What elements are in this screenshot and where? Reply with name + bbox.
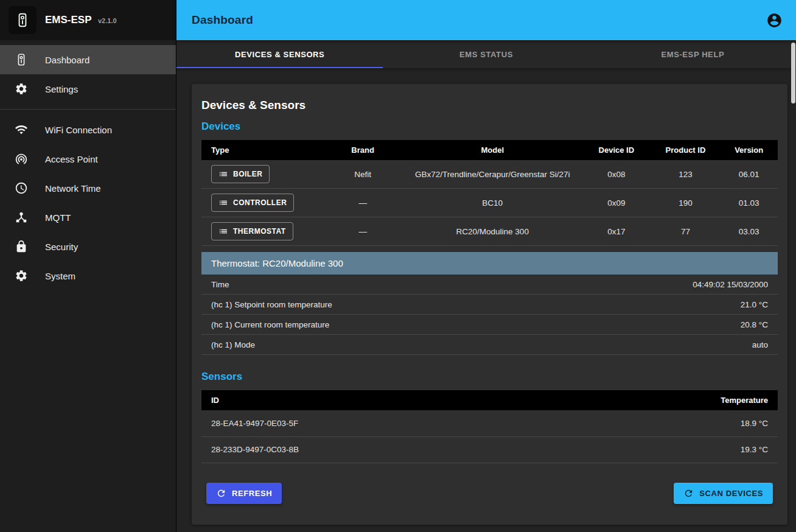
list-icon	[218, 169, 228, 179]
cell-model: RC20/Moduline 300	[403, 217, 582, 246]
sidebar-item-access-point[interactable]: Access Point	[0, 144, 176, 173]
account-circle-icon	[766, 12, 783, 29]
col-sensor-id: ID	[201, 390, 605, 410]
sidebar-item-settings[interactable]: Settings	[0, 74, 176, 103]
table-row-sensor-2: 28-233D-9497-0C03-8B 19.3 °C	[201, 436, 778, 463]
app-bar: Dashboard	[176, 0, 796, 40]
tab-ems-status[interactable]: EMS STATUS	[383, 40, 589, 68]
cell-device-id: 0x09	[582, 189, 651, 217]
sensors-table-header: ID Temperature	[201, 390, 778, 410]
device-type-label: THERMOSTAT	[233, 227, 286, 236]
devices-sensors-card: Devices & Sensors Devices Type Brand Mod…	[192, 84, 787, 525]
col-temperature: Temperature	[605, 390, 778, 410]
table-row-boiler[interactable]: BOILER Nefit GBx72/Trendline/Cerapur/Gre…	[201, 160, 778, 189]
scrollbar-thumb[interactable]	[791, 43, 795, 103]
device-type-label: CONTROLLER	[233, 198, 287, 207]
sidebar-item-label: WiFi Connection	[45, 125, 112, 135]
cell-temperature: 18.9 °C	[605, 410, 778, 436]
refresh-icon	[216, 488, 226, 499]
scan-devices-button-label: SCAN DEVICES	[699, 489, 763, 498]
sidebar-item-network-time[interactable]: Network Time	[0, 173, 176, 203]
cell-product-id: 190	[651, 189, 721, 217]
cell-device-id: 0x08	[582, 160, 651, 189]
page-title: Dashboard	[192, 13, 253, 27]
cell-product-id: 77	[651, 217, 721, 246]
sidebar-item-wifi-connection[interactable]: WiFi Connection	[0, 115, 176, 144]
content-area: Devices & Sensors Devices Type Brand Mod…	[176, 68, 796, 532]
detail-row-current-temp: (hc 1) Current room temperature 20.8 °C	[201, 315, 778, 335]
cell-version: 03.03	[720, 217, 778, 246]
detail-label: (hc 1) Current room temperature	[211, 320, 329, 329]
device-gadget-icon	[15, 53, 28, 66]
sensors-table: ID Temperature 28-EA41-9497-0E03-5F 18.9…	[201, 390, 778, 463]
cell-product-id: 123	[651, 160, 721, 189]
detail-label: (hc 1) Setpoint room temperature	[211, 300, 332, 309]
wifi-icon	[15, 123, 28, 136]
cell-brand: —	[323, 217, 403, 246]
cell-device-id: 0x17	[582, 217, 651, 246]
detail-label: (hc 1) Mode	[211, 340, 255, 349]
cell-temperature: 19.3 °C	[605, 436, 778, 463]
col-version: Version	[720, 140, 778, 160]
sidebar-item-dashboard[interactable]: Dashboard	[0, 45, 176, 74]
tab-devices-sensors[interactable]: DEVICES & SENSORS	[176, 40, 383, 68]
account-button[interactable]	[762, 8, 786, 32]
table-row-sensor-1: 28-EA41-9497-0E03-5F 18.9 °C	[201, 410, 778, 436]
app-logo	[9, 6, 37, 34]
sidebar-item-mqtt[interactable]: MQTT	[0, 203, 176, 232]
refresh-button[interactable]: REFRESH	[206, 483, 282, 504]
detail-row-setpoint: (hc 1) Setpoint room temperature 21.0 °C	[201, 295, 778, 315]
detail-value: 04:49:02 15/03/2000	[693, 280, 768, 289]
table-row-thermostat[interactable]: THERMOSTAT — RC20/Moduline 300 0x17 77 0…	[201, 217, 778, 246]
cell-model: GBx72/Trendline/Cerapur/Greenstar Si/27i	[403, 160, 582, 189]
sidebar-item-label: Access Point	[45, 154, 98, 164]
sidebar-item-security[interactable]: Security	[0, 232, 176, 261]
devices-table: Type Brand Model Device ID Product ID Ve…	[201, 140, 778, 246]
gear-icon	[15, 82, 28, 96]
cell-sensor-id: 28-233D-9497-0C03-8B	[201, 436, 605, 463]
list-icon	[218, 226, 228, 236]
tab-ems-esp-help[interactable]: EMS-ESP HELP	[590, 40, 796, 68]
lock-icon	[15, 240, 28, 253]
thermostat-detail-banner: Thermostat: RC20/Moduline 300	[201, 252, 778, 275]
sidebar-nav: Dashboard Settings WiFi Connection Acces…	[0, 40, 176, 290]
detail-value: auto	[752, 340, 768, 349]
cell-brand: —	[323, 189, 403, 217]
sidebar-item-label: System	[45, 271, 75, 281]
devices-section-title: Devices	[201, 121, 778, 133]
list-icon	[218, 198, 228, 208]
col-model: Model	[403, 140, 582, 160]
main-area: Dashboard DEVICES & SENSORS EMS STATUS E…	[176, 0, 796, 532]
col-brand: Brand	[323, 140, 403, 160]
controller-button[interactable]: CONTROLLER	[211, 194, 294, 212]
col-device-id: Device ID	[582, 140, 651, 160]
boiler-button[interactable]: BOILER	[211, 165, 270, 183]
sensors-section-title: Sensors	[201, 371, 778, 383]
scan-devices-button[interactable]: SCAN DEVICES	[674, 483, 773, 504]
detail-value: 20.8 °C	[741, 320, 768, 329]
sidebar-item-system[interactable]: System	[0, 261, 176, 290]
cell-sensor-id: 28-EA41-9497-0E03-5F	[201, 410, 605, 436]
device-type-label: BOILER	[233, 170, 262, 178]
sidebar-item-label: Settings	[45, 84, 78, 94]
tab-bar: DEVICES & SENSORS EMS STATUS EMS-ESP HEL…	[176, 40, 796, 68]
cell-model: BC10	[403, 189, 582, 217]
sidebar-item-label: MQTT	[45, 212, 71, 223]
thermostat-detail-list: Time 04:49:02 15/03/2000 (hc 1) Setpoint…	[201, 275, 778, 355]
device-hub-icon	[15, 211, 28, 224]
card-title: Devices & Sensors	[201, 99, 778, 112]
detail-value: 21.0 °C	[741, 300, 768, 309]
thermostat-button[interactable]: THERMOSTAT	[211, 222, 293, 240]
cell-brand: Nefit	[323, 160, 403, 189]
refresh-button-label: REFRESH	[232, 489, 272, 498]
clock-icon	[15, 181, 28, 195]
table-row-controller[interactable]: CONTROLLER — BC10 0x09 190 01.03	[201, 189, 778, 217]
app-version: v2.1.0	[98, 17, 117, 24]
detail-label: Time	[211, 280, 229, 289]
sidebar-item-label: Security	[45, 242, 78, 252]
logo-strip: EMS-ESP v2.1.0	[0, 0, 176, 40]
detail-row-time: Time 04:49:02 15/03/2000	[201, 275, 778, 295]
app-title: EMS-ESP	[45, 14, 92, 26]
cell-version: 06.01	[720, 160, 778, 189]
refresh-icon	[683, 488, 694, 499]
